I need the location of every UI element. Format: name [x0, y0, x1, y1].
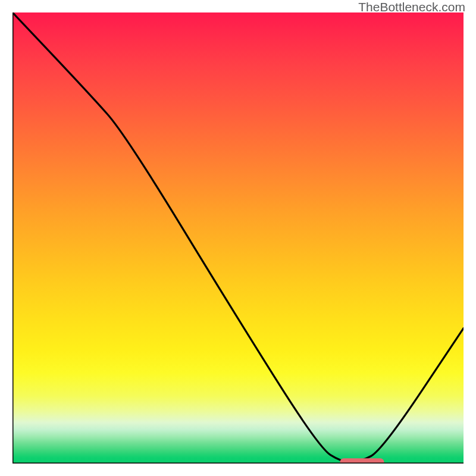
chart-svg	[12, 12, 464, 464]
bottleneck-curve-line	[12, 12, 464, 462]
axes-border	[12, 12, 464, 464]
plot-area	[12, 12, 464, 464]
chart-container: TheBottleneck.com	[0, 0, 476, 476]
